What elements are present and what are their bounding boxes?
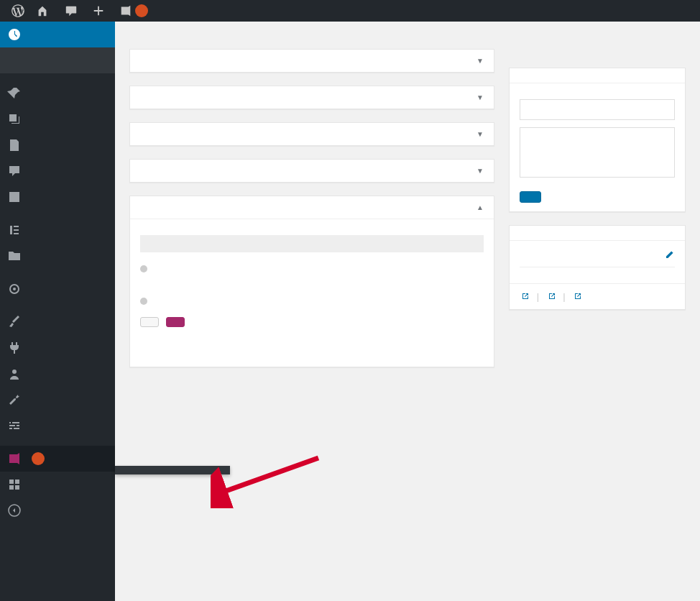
svg-line-4 [218,458,318,494]
dashboard-icon [7,27,22,42]
chevron-up-icon: ▲ [476,203,484,211]
score-dot-icon [140,265,147,272]
home-icon [36,4,49,17]
sidebar-item-users[interactable] [0,361,115,387]
panel-header[interactable] [510,226,685,241]
chevron-down-icon: ▼ [476,130,484,138]
panel-yoast-overview: ▲ [129,196,494,367]
form-icon [7,190,22,204]
external-icon [574,292,582,300]
sidebar-item-pages[interactable] [0,132,115,158]
svg-point-2 [12,370,17,374]
news-link[interactable] [572,291,582,302]
save-draft-button[interactable] [520,191,541,203]
brush-icon [7,315,22,329]
user-icon [7,367,22,381]
sidebar-item-posts[interactable] [0,81,115,106]
analyze-site-button[interactable] [166,317,185,327]
fetch-status-button[interactable] [140,317,159,327]
panel-header[interactable]: ▼ [130,160,494,182]
draft-title-input[interactable] [520,99,675,120]
wp-logo[interactable] [6,0,30,22]
chevron-down-icon: ▼ [476,93,484,101]
admin-bar [0,0,700,22]
events-footer: | | [510,283,685,309]
yoast-icon [7,451,22,466]
panel-header[interactable]: ▼ [130,86,494,109]
seo-count-badge [32,452,45,465]
panel-header[interactable] [510,68,685,83]
news-list [520,267,675,275]
panel-header[interactable]: ▲ [130,196,494,219]
page-icon [7,138,22,152]
sidebar-item-tools[interactable] [0,387,115,413]
panel-header[interactable]: ▼ [130,50,494,72]
sidebar-item-seo[interactable] [0,446,115,472]
media-icon [7,112,22,127]
external-icon [521,292,530,300]
score-dot-icon [140,298,147,305]
edit-location-icon[interactable] [663,249,675,261]
elementor-icon [7,223,22,237]
sidebar-item-atomic-blocks[interactable] [0,472,115,497]
external-icon [548,292,556,300]
sidebar-item-media[interactable] [0,106,115,132]
sidebar-item-dashboard[interactable] [0,22,115,47]
sidebar-item-genesis[interactable] [0,276,115,302]
admin-sidebar [0,22,115,601]
wordpress-icon [11,4,24,17]
annotation-arrow [211,451,326,508]
plus-icon [92,4,105,17]
panel-quick-draft [509,68,686,212]
svg-point-1 [13,288,16,290]
panel-at-glance: ▼ [129,122,494,146]
draft-content-textarea[interactable] [520,127,675,178]
new-content[interactable] [86,0,114,22]
pin-icon [7,86,22,101]
collapse-icon [7,503,22,518]
notif-badge [135,4,148,17]
yoast-adminbar[interactable] [114,0,154,22]
wrench-icon [7,393,22,407]
sidebar-item-comments[interactable] [0,158,115,184]
sidebar-item-plugins[interactable] [0,335,115,361]
comment-icon [7,164,22,178]
submenu-home[interactable] [0,52,115,60]
genesis-icon [7,282,22,296]
panel-header[interactable]: ▼ [130,123,494,145]
content-area: ▼ ▼ ▼ ▼ ▲ [115,22,700,395]
sidebar-item-wpforms[interactable] [0,184,115,210]
panel-activity: ▼ [129,159,494,183]
plugin-icon [7,341,22,355]
yoast-icon [119,4,132,17]
seo-score-bar [140,235,484,252]
folder-icon [7,249,22,263]
sidebar-item-appearance[interactable] [0,309,115,335]
site-link[interactable] [30,0,59,22]
comment-icon [65,4,78,17]
seo-flyout [115,466,230,474]
sidebar-item-elementor[interactable] [0,217,115,243]
panel-elementor-overview: ▼ [129,86,494,109]
panel-events-news: | | [509,225,686,310]
grid-icon [7,477,22,492]
chevron-down-icon: ▼ [476,57,484,65]
wordcamps-link[interactable] [546,291,556,302]
panel-wpforms: ▼ [129,49,494,73]
sidebar-collapse[interactable] [0,497,115,523]
meetups-link[interactable] [520,291,530,302]
submenu-updates[interactable] [0,60,115,69]
chevron-down-icon: ▼ [476,167,484,175]
sidebar-item-templates[interactable] [0,243,115,269]
comments-link[interactable] [59,0,86,22]
sidebar-item-settings[interactable] [0,413,115,439]
sliders-icon [7,418,22,433]
dashboard-submenu [0,47,115,73]
